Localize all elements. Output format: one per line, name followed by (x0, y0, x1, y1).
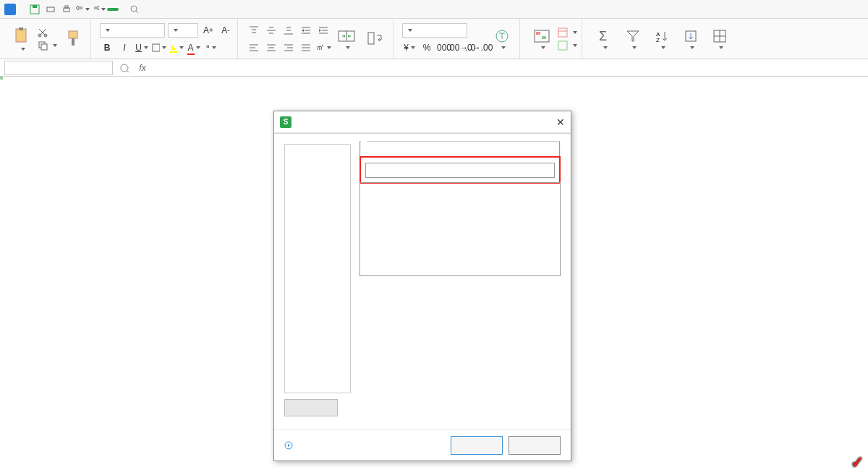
percent-icon[interactable]: % (420, 40, 434, 55)
font-size-select[interactable] (168, 23, 198, 38)
sample-label (361, 137, 367, 147)
autosum-button[interactable]: Σ (591, 29, 617, 49)
align-top-icon[interactable] (247, 23, 261, 38)
increase-font-icon[interactable]: A+ (201, 23, 216, 38)
number-format-select[interactable] (402, 23, 467, 38)
bold-icon[interactable]: B (100, 40, 114, 55)
type-highlight-box (359, 156, 561, 184)
format-cells-dialog: S ✕ (273, 111, 571, 461)
svg-line-6 (136, 11, 138, 13)
svg-text:Σ: Σ (599, 29, 607, 43)
wps-logo-icon (4, 4, 16, 15)
close-icon[interactable]: ✕ (556, 116, 565, 128)
currency-icon[interactable]: ¥ (402, 40, 417, 55)
insert-function-icon[interactable] (117, 61, 132, 75)
dialog-titlebar[interactable]: S ✕ (274, 111, 571, 133)
menu-bar (0, 0, 868, 19)
sort-button[interactable]: AZ (649, 29, 675, 49)
cancel-button[interactable] (509, 436, 561, 455)
underline-icon[interactable]: U (135, 40, 149, 55)
svg-rect-15 (153, 44, 160, 51)
table-style-icon (558, 27, 568, 38)
decrease-decimal-icon[interactable]: .0→.00 (472, 40, 486, 55)
align-right-icon[interactable] (281, 40, 296, 55)
format-painter-button[interactable] (60, 30, 86, 48)
svg-rect-46 (368, 33, 374, 44)
phonetic-icon[interactable]: ᵃ (204, 40, 218, 55)
svg-rect-12 (41, 44, 47, 50)
svg-rect-51 (558, 28, 567, 37)
save-icon[interactable] (27, 2, 42, 17)
ribbon: A+ A- B I U A ᵃ (0, 19, 868, 59)
svg-text:Z: Z (656, 37, 660, 43)
table-style-button[interactable] (558, 27, 577, 38)
italic-icon[interactable]: I (117, 40, 132, 55)
merge-center-button[interactable] (333, 29, 359, 49)
command-search[interactable] (130, 5, 142, 14)
conditional-format-button[interactable] (529, 29, 555, 49)
paste-button[interactable] (9, 27, 35, 51)
cell-style-button[interactable] (558, 40, 577, 51)
decrease-indent-icon[interactable] (299, 23, 313, 38)
type-convert-button[interactable] (489, 29, 515, 49)
font-name-select[interactable] (100, 23, 165, 38)
ok-button[interactable] (451, 436, 503, 455)
decrease-font-icon[interactable]: A- (218, 23, 233, 38)
name-box[interactable] (4, 61, 113, 75)
svg-point-5 (131, 6, 137, 12)
filter-button[interactable] (620, 29, 646, 49)
justify-icon[interactable] (299, 40, 313, 55)
watermark: ✓ (851, 453, 864, 472)
align-middle-icon[interactable] (264, 23, 278, 38)
svg-rect-16 (170, 51, 177, 53)
svg-rect-1 (33, 5, 37, 8)
type-input[interactable] (365, 163, 555, 178)
font-color-icon[interactable]: A (187, 40, 201, 55)
redo-icon[interactable] (91, 2, 106, 17)
tips-link[interactable] (284, 441, 296, 450)
formula-bar: fx (0, 59, 868, 77)
align-center-icon[interactable] (264, 40, 278, 55)
print-icon[interactable] (59, 2, 74, 17)
undo-icon[interactable] (75, 2, 90, 17)
svg-rect-49 (536, 32, 540, 35)
svg-rect-2 (47, 7, 54, 12)
border-icon[interactable] (152, 40, 166, 55)
svg-rect-13 (69, 31, 77, 38)
orientation-icon[interactable]: ㎡ (316, 40, 331, 55)
copy-icon (38, 40, 48, 51)
format-list[interactable] (359, 182, 561, 276)
scissors-icon (38, 27, 48, 38)
align-bottom-icon[interactable] (281, 23, 296, 38)
fx-icon[interactable]: fx (132, 63, 153, 73)
delete-button[interactable] (284, 399, 338, 416)
svg-rect-50 (542, 36, 546, 39)
play-icon (284, 441, 293, 450)
fill-button[interactable] (678, 29, 704, 49)
cells-button[interactable] (707, 29, 733, 49)
svg-rect-3 (64, 8, 69, 12)
cell-style-icon (558, 40, 568, 51)
svg-rect-8 (19, 27, 23, 30)
svg-rect-14 (72, 38, 75, 46)
svg-rect-53 (558, 41, 567, 50)
tab-start[interactable] (107, 8, 119, 11)
fill-color-icon[interactable] (169, 40, 184, 55)
svg-rect-4 (65, 6, 68, 8)
dialog-icon: S (280, 116, 292, 128)
print-preview-icon[interactable] (43, 2, 58, 17)
copy-button[interactable] (38, 40, 57, 51)
increase-indent-icon[interactable] (316, 23, 331, 38)
menu-file[interactable] (17, 8, 26, 11)
svg-line-62 (127, 70, 129, 72)
category-list[interactable] (284, 144, 351, 393)
wrap-text-button[interactable] (362, 31, 388, 47)
cut-button[interactable] (38, 27, 57, 38)
align-left-icon[interactable] (247, 40, 261, 55)
svg-rect-7 (16, 29, 26, 42)
